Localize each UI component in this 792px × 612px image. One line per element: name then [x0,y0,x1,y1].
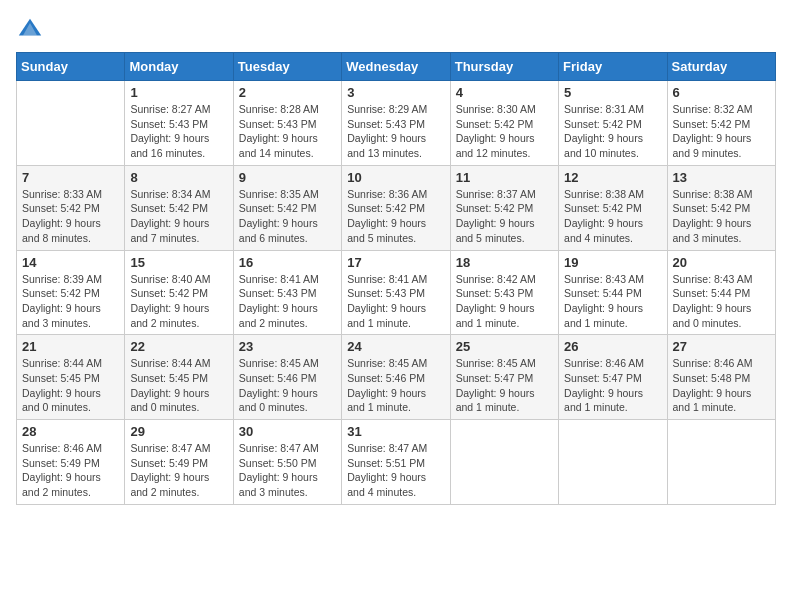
calendar-cell: 26 Sunrise: 8:46 AMSunset: 5:47 PMDaylig… [559,335,667,420]
day-number: 13 [673,170,770,185]
calendar-week-2: 7 Sunrise: 8:33 AMSunset: 5:42 PMDayligh… [17,165,776,250]
calendar-header-saturday: Saturday [667,53,775,81]
day-number: 4 [456,85,553,100]
calendar-week-4: 21 Sunrise: 8:44 AMSunset: 5:45 PMDaylig… [17,335,776,420]
calendar-cell: 5 Sunrise: 8:31 AMSunset: 5:42 PMDayligh… [559,81,667,166]
calendar-week-3: 14 Sunrise: 8:39 AMSunset: 5:42 PMDaylig… [17,250,776,335]
day-number: 29 [130,424,227,439]
day-number: 9 [239,170,336,185]
day-number: 28 [22,424,119,439]
page-header [16,16,776,44]
day-info: Sunrise: 8:44 AMSunset: 5:45 PMDaylight:… [22,356,119,415]
calendar-cell: 17 Sunrise: 8:41 AMSunset: 5:43 PMDaylig… [342,250,450,335]
calendar-cell [17,81,125,166]
day-info: Sunrise: 8:45 AMSunset: 5:46 PMDaylight:… [239,356,336,415]
calendar-header-sunday: Sunday [17,53,125,81]
day-number: 17 [347,255,444,270]
day-number: 25 [456,339,553,354]
day-number: 16 [239,255,336,270]
day-info: Sunrise: 8:46 AMSunset: 5:48 PMDaylight:… [673,356,770,415]
calendar-cell: 8 Sunrise: 8:34 AMSunset: 5:42 PMDayligh… [125,165,233,250]
calendar-cell: 6 Sunrise: 8:32 AMSunset: 5:42 PMDayligh… [667,81,775,166]
day-info: Sunrise: 8:30 AMSunset: 5:42 PMDaylight:… [456,102,553,161]
calendar-cell: 13 Sunrise: 8:38 AMSunset: 5:42 PMDaylig… [667,165,775,250]
day-number: 14 [22,255,119,270]
calendar-cell: 15 Sunrise: 8:40 AMSunset: 5:42 PMDaylig… [125,250,233,335]
day-info: Sunrise: 8:41 AMSunset: 5:43 PMDaylight:… [347,272,444,331]
day-info: Sunrise: 8:32 AMSunset: 5:42 PMDaylight:… [673,102,770,161]
calendar-cell [450,420,558,505]
day-info: Sunrise: 8:33 AMSunset: 5:42 PMDaylight:… [22,187,119,246]
day-info: Sunrise: 8:46 AMSunset: 5:49 PMDaylight:… [22,441,119,500]
calendar-cell: 2 Sunrise: 8:28 AMSunset: 5:43 PMDayligh… [233,81,341,166]
day-info: Sunrise: 8:45 AMSunset: 5:46 PMDaylight:… [347,356,444,415]
day-number: 30 [239,424,336,439]
calendar-cell: 12 Sunrise: 8:38 AMSunset: 5:42 PMDaylig… [559,165,667,250]
day-number: 19 [564,255,661,270]
day-info: Sunrise: 8:47 AMSunset: 5:50 PMDaylight:… [239,441,336,500]
day-info: Sunrise: 8:37 AMSunset: 5:42 PMDaylight:… [456,187,553,246]
calendar-cell: 16 Sunrise: 8:41 AMSunset: 5:43 PMDaylig… [233,250,341,335]
calendar-cell: 21 Sunrise: 8:44 AMSunset: 5:45 PMDaylig… [17,335,125,420]
day-info: Sunrise: 8:41 AMSunset: 5:43 PMDaylight:… [239,272,336,331]
day-info: Sunrise: 8:34 AMSunset: 5:42 PMDaylight:… [130,187,227,246]
calendar-table: SundayMondayTuesdayWednesdayThursdayFrid… [16,52,776,505]
calendar-cell: 25 Sunrise: 8:45 AMSunset: 5:47 PMDaylig… [450,335,558,420]
day-info: Sunrise: 8:45 AMSunset: 5:47 PMDaylight:… [456,356,553,415]
day-number: 3 [347,85,444,100]
calendar-cell: 9 Sunrise: 8:35 AMSunset: 5:42 PMDayligh… [233,165,341,250]
calendar-cell [559,420,667,505]
day-info: Sunrise: 8:40 AMSunset: 5:42 PMDaylight:… [130,272,227,331]
calendar-header-friday: Friday [559,53,667,81]
day-number: 22 [130,339,227,354]
calendar-cell: 3 Sunrise: 8:29 AMSunset: 5:43 PMDayligh… [342,81,450,166]
day-info: Sunrise: 8:36 AMSunset: 5:42 PMDaylight:… [347,187,444,246]
day-number: 26 [564,339,661,354]
calendar-header-monday: Monday [125,53,233,81]
calendar-week-5: 28 Sunrise: 8:46 AMSunset: 5:49 PMDaylig… [17,420,776,505]
calendar-header-wednesday: Wednesday [342,53,450,81]
day-info: Sunrise: 8:47 AMSunset: 5:51 PMDaylight:… [347,441,444,500]
day-number: 2 [239,85,336,100]
day-info: Sunrise: 8:31 AMSunset: 5:42 PMDaylight:… [564,102,661,161]
calendar-week-1: 1 Sunrise: 8:27 AMSunset: 5:43 PMDayligh… [17,81,776,166]
day-number: 23 [239,339,336,354]
day-number: 31 [347,424,444,439]
day-number: 1 [130,85,227,100]
calendar-cell: 11 Sunrise: 8:37 AMSunset: 5:42 PMDaylig… [450,165,558,250]
day-number: 10 [347,170,444,185]
day-info: Sunrise: 8:39 AMSunset: 5:42 PMDaylight:… [22,272,119,331]
calendar-cell: 31 Sunrise: 8:47 AMSunset: 5:51 PMDaylig… [342,420,450,505]
day-number: 12 [564,170,661,185]
day-info: Sunrise: 8:47 AMSunset: 5:49 PMDaylight:… [130,441,227,500]
calendar-cell: 7 Sunrise: 8:33 AMSunset: 5:42 PMDayligh… [17,165,125,250]
day-number: 11 [456,170,553,185]
day-number: 24 [347,339,444,354]
day-number: 8 [130,170,227,185]
calendar-cell: 1 Sunrise: 8:27 AMSunset: 5:43 PMDayligh… [125,81,233,166]
calendar-cell: 22 Sunrise: 8:44 AMSunset: 5:45 PMDaylig… [125,335,233,420]
calendar-cell: 19 Sunrise: 8:43 AMSunset: 5:44 PMDaylig… [559,250,667,335]
calendar-cell: 24 Sunrise: 8:45 AMSunset: 5:46 PMDaylig… [342,335,450,420]
day-info: Sunrise: 8:42 AMSunset: 5:43 PMDaylight:… [456,272,553,331]
calendar-cell [667,420,775,505]
day-number: 20 [673,255,770,270]
day-info: Sunrise: 8:43 AMSunset: 5:44 PMDaylight:… [673,272,770,331]
calendar-cell: 30 Sunrise: 8:47 AMSunset: 5:50 PMDaylig… [233,420,341,505]
day-number: 6 [673,85,770,100]
day-info: Sunrise: 8:28 AMSunset: 5:43 PMDaylight:… [239,102,336,161]
calendar-header-thursday: Thursday [450,53,558,81]
day-info: Sunrise: 8:27 AMSunset: 5:43 PMDaylight:… [130,102,227,161]
day-info: Sunrise: 8:38 AMSunset: 5:42 PMDaylight:… [673,187,770,246]
logo-icon [16,16,44,44]
logo [16,16,48,44]
day-number: 18 [456,255,553,270]
day-info: Sunrise: 8:44 AMSunset: 5:45 PMDaylight:… [130,356,227,415]
day-number: 5 [564,85,661,100]
calendar-cell: 18 Sunrise: 8:42 AMSunset: 5:43 PMDaylig… [450,250,558,335]
calendar-cell: 10 Sunrise: 8:36 AMSunset: 5:42 PMDaylig… [342,165,450,250]
calendar-cell: 4 Sunrise: 8:30 AMSunset: 5:42 PMDayligh… [450,81,558,166]
calendar-cell: 20 Sunrise: 8:43 AMSunset: 5:44 PMDaylig… [667,250,775,335]
day-info: Sunrise: 8:35 AMSunset: 5:42 PMDaylight:… [239,187,336,246]
day-number: 21 [22,339,119,354]
